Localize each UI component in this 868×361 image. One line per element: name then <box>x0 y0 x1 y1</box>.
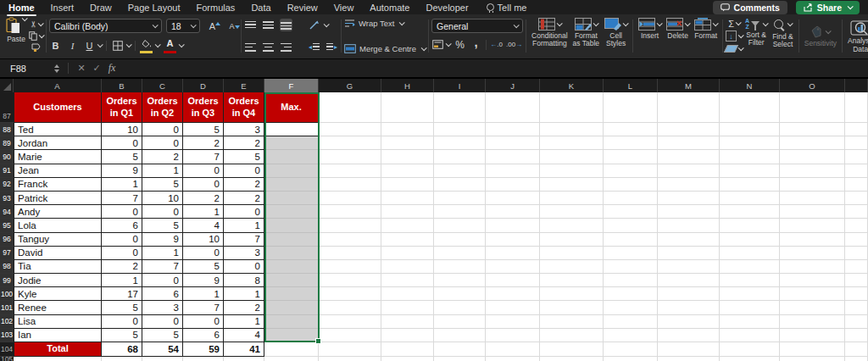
empty-cell[interactable] <box>319 233 381 247</box>
formula-input[interactable] <box>120 59 868 77</box>
empty-cell[interactable] <box>486 219 540 232</box>
empty-cell[interactable] <box>604 274 658 287</box>
customer-cell[interactable]: Franck <box>14 178 102 192</box>
row-header[interactable]: 99 <box>0 274 14 287</box>
value-cell[interactable]: 2 <box>224 178 264 192</box>
empty-cell[interactable] <box>845 164 868 178</box>
empty-cell[interactable] <box>604 357 658 361</box>
empty-cell[interactable] <box>720 178 780 192</box>
empty-cell[interactable] <box>486 123 540 136</box>
customer-cell[interactable]: Ted <box>14 123 102 136</box>
value-cell[interactable]: 10 <box>142 192 183 205</box>
empty-cell[interactable] <box>658 219 720 232</box>
value-cell[interactable]: 9 <box>102 164 142 178</box>
value-cell[interactable]: 10 <box>102 123 142 136</box>
row-header[interactable]: 105 <box>0 357 14 361</box>
customer-cell[interactable]: Ian <box>14 329 102 342</box>
empty-cell[interactable] <box>604 233 658 247</box>
menu-tab-view[interactable]: View <box>334 3 354 13</box>
value-cell[interactable]: 2 <box>183 192 224 205</box>
value-cell[interactable]: 0 <box>183 178 224 192</box>
empty-cell[interactable] <box>319 192 381 205</box>
row-header[interactable]: 88 <box>0 123 14 136</box>
sort-filter-button[interactable]: AZ Sort & Filter <box>743 15 770 57</box>
empty-cell[interactable] <box>183 357 224 361</box>
empty-cell[interactable] <box>381 342 434 357</box>
empty-cell[interactable] <box>845 205 868 219</box>
value-cell[interactable]: 6 <box>142 287 183 301</box>
empty-cell[interactable] <box>720 357 780 361</box>
customer-cell[interactable]: Tanguy <box>14 233 102 247</box>
empty-cell[interactable] <box>434 192 486 205</box>
empty-cell[interactable] <box>540 178 604 192</box>
empty-cell[interactable] <box>102 357 142 361</box>
customer-cell[interactable]: Kyle <box>14 287 102 301</box>
empty-cell[interactable] <box>845 178 868 192</box>
empty-cell[interactable] <box>845 301 868 314</box>
row-header[interactable]: 94 <box>0 205 14 219</box>
empty-cell[interactable] <box>319 164 381 178</box>
empty-cell[interactable] <box>319 274 381 287</box>
row-header[interactable]: 89 <box>0 136 14 150</box>
empty-cell[interactable] <box>540 342 604 357</box>
empty-cell[interactable] <box>658 342 720 357</box>
empty-cell[interactable] <box>381 260 434 274</box>
empty-cell[interactable] <box>486 136 540 150</box>
empty-cell[interactable] <box>720 164 780 178</box>
empty-cell[interactable] <box>658 136 720 150</box>
font-size-select[interactable]: 18 <box>166 19 200 33</box>
decrease-decimal-button[interactable]: .00→ <box>506 38 522 51</box>
row-header[interactable]: 103 <box>0 329 14 342</box>
empty-cell[interactable] <box>845 342 868 357</box>
decrease-indent-button[interactable]: ◂ <box>308 41 320 53</box>
table-header-cell[interactable]: Max. <box>264 92 319 123</box>
underline-button[interactable]: U <box>83 39 96 52</box>
empty-cell[interactable] <box>486 164 540 178</box>
empty-cell[interactable] <box>486 342 540 357</box>
empty-cell[interactable] <box>381 315 434 329</box>
customer-cell[interactable]: Jodie <box>14 274 102 287</box>
empty-cell[interactable] <box>720 192 780 205</box>
empty-cell[interactable] <box>658 233 720 247</box>
customer-cell[interactable]: Lisa <box>14 315 102 329</box>
empty-cell[interactable] <box>845 219 868 232</box>
value-cell[interactable]: 1 <box>183 205 224 219</box>
value-cell[interactable]: 2 <box>183 136 224 150</box>
value-cell[interactable]: 3 <box>142 301 183 314</box>
empty-cell[interactable] <box>780 233 845 247</box>
empty-cell[interactable] <box>845 274 868 287</box>
value-cell[interactable]: 5 <box>142 178 183 192</box>
row-header[interactable]: 101 <box>0 301 14 314</box>
value-cell[interactable]: 0 <box>224 164 264 178</box>
empty-cell[interactable] <box>434 164 486 178</box>
menu-tab-home[interactable]: Home <box>8 3 35 13</box>
align-middle-button[interactable] <box>262 19 275 31</box>
empty-cell[interactable] <box>845 192 868 205</box>
value-cell[interactable]: 7 <box>183 150 224 164</box>
column-header-I[interactable]: I <box>434 79 486 92</box>
fill-color-button[interactable] <box>140 37 153 53</box>
empty-cell[interactable] <box>845 247 868 260</box>
column-header-J[interactable]: J <box>486 79 540 92</box>
value-cell[interactable]: 0 <box>142 315 183 329</box>
empty-cell[interactable] <box>319 178 381 192</box>
empty-cell[interactable] <box>540 136 604 150</box>
empty-cell[interactable] <box>486 357 540 361</box>
italic-button[interactable]: I <box>66 39 79 52</box>
empty-cell[interactable] <box>780 164 845 178</box>
empty-cell[interactable] <box>319 123 381 136</box>
empty-cell[interactable] <box>720 219 780 232</box>
row-header[interactable]: 92 <box>0 178 14 192</box>
empty-cell[interactable] <box>780 301 845 314</box>
cell-styles-button[interactable]: Cell Styles <box>602 15 630 57</box>
empty-cell[interactable] <box>434 247 486 260</box>
empty-cell[interactable] <box>658 329 720 342</box>
empty-cell[interactable] <box>540 92 604 123</box>
value-cell[interactable]: 1 <box>224 219 264 232</box>
customer-cell[interactable]: Marie <box>14 150 102 164</box>
empty-cell[interactable] <box>780 192 845 205</box>
empty-cell[interactable] <box>780 219 845 232</box>
value-cell[interactable]: 0 <box>183 164 224 178</box>
active-cell[interactable] <box>264 123 319 136</box>
row-header[interactable]: 96 <box>0 233 14 247</box>
